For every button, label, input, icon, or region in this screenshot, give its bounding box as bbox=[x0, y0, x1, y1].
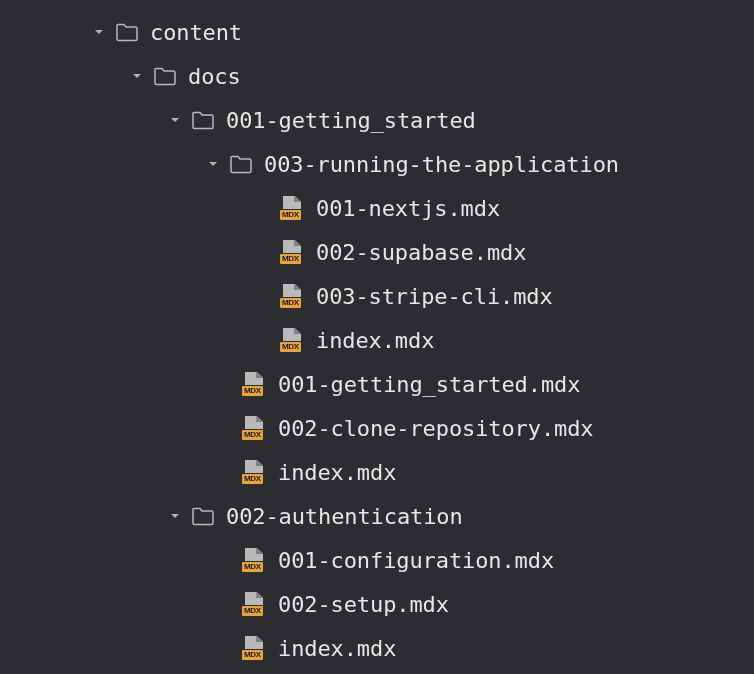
file-label: 002-supabase.mdx bbox=[316, 240, 526, 265]
mdx-file-icon: MDX bbox=[280, 328, 306, 352]
folder-icon bbox=[190, 505, 216, 527]
folder-label: 001-getting_started bbox=[226, 108, 476, 133]
tree-row[interactable]: MDX001-configuration.mdx bbox=[0, 538, 754, 582]
chevron-down-icon[interactable] bbox=[204, 155, 222, 173]
tree-row[interactable]: 002-authentication bbox=[0, 494, 754, 538]
mdx-file-icon: MDX bbox=[242, 548, 268, 572]
tree-row[interactable]: docs bbox=[0, 54, 754, 98]
chevron-down-icon[interactable] bbox=[166, 111, 184, 129]
mdx-file-icon: MDX bbox=[280, 240, 306, 264]
folder-label: docs bbox=[188, 64, 241, 89]
tree-row[interactable]: MDXindex.mdx bbox=[0, 626, 754, 670]
mdx-file-icon: MDX bbox=[242, 460, 268, 484]
mdx-file-icon: MDX bbox=[242, 416, 268, 440]
tree-row[interactable]: 001-getting_started bbox=[0, 98, 754, 142]
file-label: 003-stripe-cli.mdx bbox=[316, 284, 553, 309]
file-label: 001-nextjs.mdx bbox=[316, 196, 500, 221]
mdx-file-icon: MDX bbox=[242, 372, 268, 396]
tree-row[interactable]: 003-running-the-application bbox=[0, 142, 754, 186]
mdx-file-icon: MDX bbox=[242, 592, 268, 616]
tree-row[interactable]: MDXindex.mdx bbox=[0, 318, 754, 362]
tree-row[interactable]: MDX002-setup.mdx bbox=[0, 582, 754, 626]
tree-row[interactable]: MDXindex.mdx bbox=[0, 450, 754, 494]
tree-row[interactable]: content bbox=[0, 10, 754, 54]
folder-label: 002-authentication bbox=[226, 504, 463, 529]
chevron-down-icon[interactable] bbox=[128, 67, 146, 85]
file-label: 001-getting_started.mdx bbox=[278, 372, 580, 397]
chevron-down-icon[interactable] bbox=[166, 507, 184, 525]
tree-row[interactable]: MDX001-getting_started.mdx bbox=[0, 362, 754, 406]
tree-row[interactable]: MDX001-nextjs.mdx bbox=[0, 186, 754, 230]
mdx-file-icon: MDX bbox=[280, 196, 306, 220]
folder-label: content bbox=[150, 20, 242, 45]
file-label: index.mdx bbox=[278, 460, 396, 485]
folder-icon bbox=[152, 65, 178, 87]
file-label: 002-setup.mdx bbox=[278, 592, 449, 617]
folder-icon bbox=[190, 109, 216, 131]
folder-label: 003-running-the-application bbox=[264, 152, 619, 177]
folder-icon bbox=[114, 21, 140, 43]
chevron-down-icon[interactable] bbox=[90, 23, 108, 41]
tree-row[interactable]: MDX003-stripe-cli.mdx bbox=[0, 274, 754, 318]
folder-icon bbox=[228, 153, 254, 175]
tree-row[interactable]: MDX002-supabase.mdx bbox=[0, 230, 754, 274]
file-tree: contentdocs001-getting_started003-runnin… bbox=[0, 10, 754, 670]
mdx-file-icon: MDX bbox=[242, 636, 268, 660]
file-label: 002-clone-repository.mdx bbox=[278, 416, 593, 441]
file-label: 001-configuration.mdx bbox=[278, 548, 554, 573]
file-label: index.mdx bbox=[278, 636, 396, 661]
file-label: index.mdx bbox=[316, 328, 434, 353]
tree-row[interactable]: MDX002-clone-repository.mdx bbox=[0, 406, 754, 450]
mdx-file-icon: MDX bbox=[280, 284, 306, 308]
